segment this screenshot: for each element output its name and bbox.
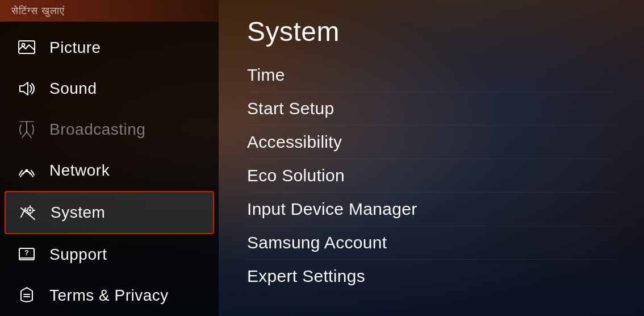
- sidebar-item-network-label: Network: [49, 161, 110, 180]
- menu-item-samsung-account[interactable]: Samsung Account: [247, 226, 616, 260]
- support-icon: ?: [14, 242, 39, 267]
- svg-line-5: [27, 132, 31, 138]
- sidebar-item-terms[interactable]: Terms & Privacy: [0, 275, 219, 316]
- sidebar-item-system-label: System: [51, 203, 105, 222]
- picture-icon: [14, 35, 39, 60]
- sidebar-item-support[interactable]: ? Support: [0, 234, 219, 275]
- sidebar-item-terms-label: Terms & Privacy: [49, 286, 169, 305]
- network-icon: [14, 158, 39, 183]
- system-menu-list: Time Start Setup Accessibility Eco Solut…: [247, 59, 616, 293]
- sidebar-item-support-label: Support: [49, 246, 107, 264]
- sidebar-item-network[interactable]: Network: [0, 150, 219, 191]
- menu-item-input-device-manager[interactable]: Input Device Manager: [247, 193, 616, 226]
- broadcasting-icon: [14, 117, 39, 142]
- main-panel-title: System: [247, 16, 616, 47]
- menu-item-expert-settings[interactable]: Expert Settings: [247, 260, 616, 293]
- menu-item-accessibility[interactable]: Accessibility: [247, 126, 616, 159]
- svg-point-11: [29, 209, 31, 211]
- sidebar-item-sound-label: Sound: [49, 80, 97, 98]
- sidebar-item-broadcasting[interactable]: Broadcasting: [0, 109, 219, 150]
- menu-item-eco-solution[interactable]: Eco Solution: [247, 159, 616, 193]
- main-panel: System Time Start Setup Accessibility Ec…: [219, 0, 644, 316]
- system-icon: [15, 200, 40, 225]
- sidebar-item-broadcasting-label: Broadcasting: [49, 120, 145, 139]
- sidebar-banner: सेटिंग्स खुलाएं: [0, 0, 219, 22]
- sound-icon: [14, 76, 39, 101]
- menu-item-time[interactable]: Time: [247, 59, 616, 92]
- svg-line-4: [22, 132, 27, 138]
- sidebar-item-picture-label: Picture: [49, 39, 101, 57]
- svg-text:?: ?: [24, 249, 28, 257]
- sidebar-items-list: Picture Sound: [0, 22, 219, 316]
- sidebar-item-sound[interactable]: Sound: [0, 68, 219, 109]
- sidebar: सेटिंग्स खुलाएं Picture S: [0, 0, 219, 316]
- sidebar-banner-text: सेटिंग्स खुलाएं: [11, 5, 65, 17]
- svg-point-1: [22, 44, 25, 47]
- menu-item-start-setup[interactable]: Start Setup: [247, 92, 616, 126]
- sidebar-item-system[interactable]: System: [5, 191, 214, 234]
- sidebar-item-picture[interactable]: Picture: [0, 27, 219, 68]
- svg-marker-2: [20, 82, 28, 95]
- terms-icon: [14, 283, 39, 308]
